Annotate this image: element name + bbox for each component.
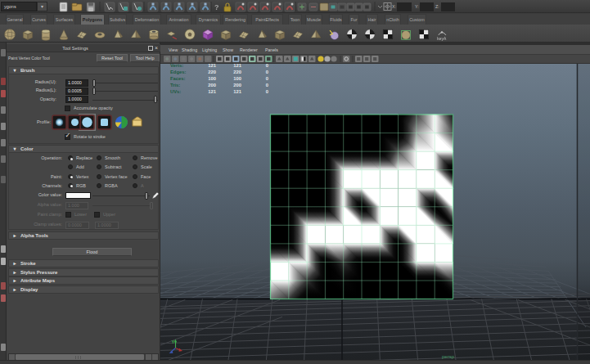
svg-text:220: 220 <box>208 70 216 74</box>
svg-text:220: 220 <box>233 70 241 74</box>
svg-text:Y: Y <box>172 339 175 344</box>
svg-text:100: 100 <box>208 76 216 81</box>
svg-text:Faces:: Faces: <box>170 76 185 81</box>
svg-text:200: 200 <box>233 83 241 88</box>
svg-text:keyA: keyA <box>437 37 447 41</box>
svg-text:100: 100 <box>233 76 241 81</box>
svg-text:Edges:: Edges: <box>170 70 186 74</box>
svg-text:121: 121 <box>208 89 216 94</box>
svg-text:persp: persp <box>442 354 455 359</box>
svg-text:0: 0 <box>266 70 268 74</box>
svg-text:121: 121 <box>233 64 241 68</box>
svg-text:0: 0 <box>266 64 268 68</box>
svg-text:Verts:: Verts: <box>170 64 183 68</box>
svg-text:0: 0 <box>266 83 268 88</box>
svg-text:Tris:: Tris: <box>170 83 180 88</box>
svg-text:0: 0 <box>266 76 268 81</box>
svg-text:121: 121 <box>233 89 241 94</box>
svg-text:UVs:: UVs: <box>170 89 181 94</box>
svg-text:121: 121 <box>208 64 216 68</box>
svg-text:200: 200 <box>208 83 216 88</box>
svg-text:0: 0 <box>266 89 268 94</box>
